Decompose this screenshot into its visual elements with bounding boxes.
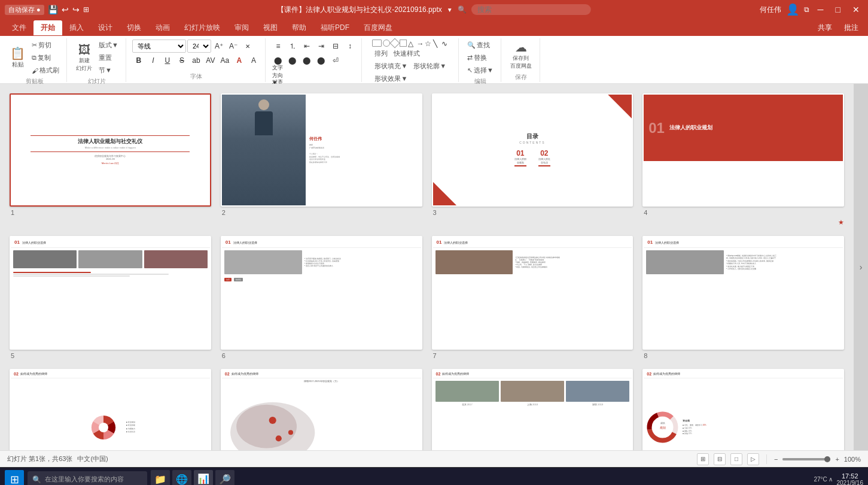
strikethrough-button[interactable]: S <box>175 54 188 67</box>
slide-thumbnail-3[interactable]: 目录 CONTENTS 01 法律人的职业规划 02 法律人的社交礼仪 <box>432 93 634 207</box>
triangle-shape[interactable]: △ <box>408 40 415 47</box>
user-avatar-icon[interactable]: 👤 <box>786 3 799 16</box>
shape-effects-button[interactable]: 形状效果▼ <box>372 73 410 84</box>
arrange-button[interactable]: 排列 <box>372 48 390 59</box>
taskbar-search[interactable]: 🔍 在这里输入你要搜索的内容 <box>28 471 147 486</box>
slide-thumbnail-1[interactable]: 法律人职业规划与社交礼仪 Make a difference make a va… <box>10 93 211 207</box>
char-spacing-button[interactable]: AV <box>204 54 217 67</box>
shape-outline-button[interactable]: 形状轮廓▼ <box>411 60 449 72</box>
align-right-button[interactable]: ⬤ <box>300 54 313 67</box>
font-color-button[interactable]: A <box>233 54 246 67</box>
highlight-button[interactable]: A <box>247 54 260 67</box>
shape-fill-button[interactable]: 形状填充▼ <box>372 60 410 72</box>
text-direction-button[interactable]: Aa <box>218 54 232 67</box>
comment-button[interactable]: 批注 <box>844 23 858 33</box>
slideshow-view-button[interactable]: ▷ <box>747 453 759 465</box>
reset-button[interactable]: 重置 <box>96 52 121 63</box>
star-shape[interactable]: ☆ <box>425 40 432 47</box>
slide-sorter-button[interactable]: ⊟ <box>714 453 726 465</box>
dropdown-icon[interactable]: ▼ <box>447 7 453 13</box>
slide-thumbnail-12[interactable]: 02 如何成为优秀的律师 规划 成长 <box>642 369 844 450</box>
font-size-select[interactable]: 24 <box>187 40 211 53</box>
line-shape[interactable]: ╲ <box>433 40 440 47</box>
normal-view-button[interactable]: ⊞ <box>697 453 709 465</box>
clear-format-button[interactable]: ✕ <box>241 40 254 53</box>
save-icon[interactable]: 💾 <box>48 5 58 14</box>
taskbar-powerpoint[interactable]: 📊 <box>194 470 213 486</box>
tab-home[interactable]: 开始 <box>33 20 62 35</box>
undo-icon[interactable]: ↩ <box>62 5 69 14</box>
taskbar-file-explorer[interactable]: 📁 <box>151 470 170 486</box>
decrease-indent-button[interactable]: ⇤ <box>300 40 313 53</box>
tab-transitions[interactable]: 切换 <box>120 20 148 35</box>
find-button[interactable]: 🔍 查找 <box>465 40 492 51</box>
font-size-decrease-button[interactable]: A⁻ <box>227 40 240 53</box>
tab-review[interactable]: 审阅 <box>227 20 256 35</box>
tab-design[interactable]: 设计 <box>91 20 120 35</box>
bold-button[interactable]: B <box>132 54 145 67</box>
arrow-shape[interactable]: → <box>416 40 424 47</box>
text-direction2-button[interactable]: ⏎ <box>329 54 342 67</box>
underline-button[interactable]: U <box>161 54 174 67</box>
slide-thumbnail-8[interactable]: 01 法律人的职业选择 • 请加iny.com模板, 优质职业规划与学习发展中心… <box>642 236 844 349</box>
layout-button[interactable]: 版式▼ <box>96 40 121 51</box>
minimize-btn[interactable]: ─ <box>814 5 827 14</box>
bullets-button[interactable]: ≡ <box>272 40 285 53</box>
rect-shape[interactable] <box>372 40 382 47</box>
paste-button[interactable]: 📋 粘贴 <box>7 46 28 71</box>
restore-icon[interactable]: ⧉ <box>804 5 809 14</box>
tab-help[interactable]: 帮助 <box>285 20 313 35</box>
redo-icon[interactable]: ↪ <box>72 5 80 14</box>
slide-thumbnail-10[interactable]: 02 如何成为优秀的律师 律联2017-2025年职业规划（万） <box>221 369 422 450</box>
italic-button[interactable]: I <box>147 54 160 67</box>
replace-button[interactable]: ⇄ 替换 <box>465 52 489 63</box>
tab-view[interactable]: 视图 <box>256 20 285 35</box>
tab-pdf[interactable]: 福听PDF <box>313 20 357 35</box>
slide-thumbnail-2[interactable]: 何任伟 律师广东XX律师事务所 个人简介： 执业律师，专注于公司法、合同法领域 … <box>221 93 422 207</box>
font-family-select[interactable]: 等线 <box>132 40 186 53</box>
zoom-slider[interactable] <box>782 458 830 460</box>
tab-file[interactable]: 文件 <box>5 20 33 35</box>
reading-view-button[interactable]: □ <box>730 453 742 465</box>
tab-insert[interactable]: 插入 <box>62 20 91 35</box>
share-button[interactable]: 共享 <box>811 20 839 35</box>
square-shape[interactable] <box>400 40 407 47</box>
customize-icon[interactable]: ⊞ <box>83 5 89 14</box>
align-center-button[interactable]: ⬤ <box>286 54 299 67</box>
section-button[interactable]: 节▼ <box>96 65 121 76</box>
shadow-button[interactable]: ab <box>190 54 203 67</box>
numbering-button[interactable]: ⒈ <box>286 40 299 53</box>
slide-thumbnail-5[interactable]: 01 法律人的职业选择 <box>10 236 211 349</box>
select-button[interactable]: ↖ 选择▼ <box>465 65 496 76</box>
tab-baidu[interactable]: 百度网盘 <box>357 20 400 35</box>
font-size-increase-button[interactable]: A⁺ <box>212 40 226 53</box>
save-to-baidu-button[interactable]: ☁ 保存到百度网盘 <box>507 40 535 72</box>
format-painter-button[interactable]: 🖌 格式刷 <box>29 65 62 76</box>
diamond-shape[interactable] <box>390 38 400 48</box>
slide-thumbnail-7[interactable]: 01 法律人的职业选择 • 已经有很多新兴互联网法律公司出现,与传统法律市场相 … <box>432 236 634 349</box>
taskbar-edge-browser[interactable]: 🌐 <box>172 470 191 486</box>
copy-button[interactable]: ⧉ 复制 <box>29 52 62 63</box>
right-panel-toggle[interactable]: › <box>854 84 868 450</box>
maximize-btn[interactable]: □ <box>832 5 844 14</box>
tab-slideshow[interactable]: 幻灯片放映 <box>177 20 227 35</box>
quick-styles-button[interactable]: 快速样式 <box>391 48 422 59</box>
slide-thumbnail-9[interactable]: 02 如何成为优秀的律师 <box>10 369 211 450</box>
taskbar-search-app[interactable]: 🔎 <box>215 470 234 486</box>
windows-start-button[interactable]: ⊞ <box>5 470 24 486</box>
search-input[interactable] <box>477 5 573 14</box>
zoom-out-button[interactable]: − <box>774 456 778 463</box>
cut-button[interactable]: ✂ 剪切 <box>29 40 62 51</box>
slide-thumbnail-6[interactable]: 01 法律人的职业选择 • 法官晋升通道, 检察院, 政府部门, 公检法机关 •… <box>221 236 422 349</box>
align-justify-button[interactable]: ⬤ <box>315 54 328 67</box>
increase-indent-button[interactable]: ⇥ <box>315 40 328 53</box>
curve-shape[interactable]: ∿ <box>441 40 449 47</box>
slide-thumbnail-11[interactable]: 02 如何成为优秀的律师 北京 2017 上海 2018 <box>432 369 634 450</box>
tab-animations[interactable]: 动画 <box>148 20 177 35</box>
columns-button[interactable]: ⊟ <box>329 40 342 53</box>
autosave-badge[interactable]: 自动保存 ● <box>5 5 44 15</box>
zoom-in-button[interactable]: + <box>835 456 839 463</box>
new-slide-button[interactable]: 🖼 新建幻灯片 <box>73 42 95 74</box>
slide-thumbnail-4[interactable]: 01 法律人的职业规划 <box>642 93 844 207</box>
line-spacing-button[interactable]: ↕ <box>343 40 357 53</box>
